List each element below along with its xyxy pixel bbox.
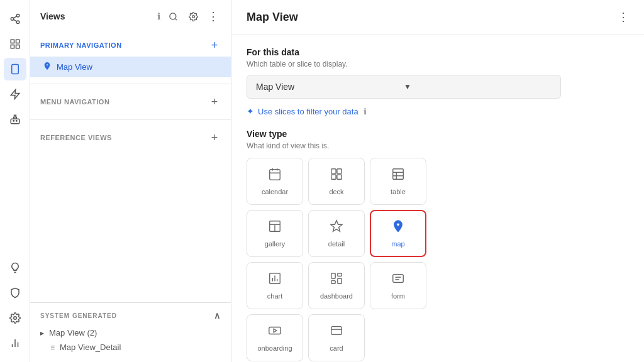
svg-rect-49: [393, 275, 404, 283]
nav-item-map-view-label: Map View: [57, 62, 92, 72]
slice-filter-link-label: Use slices to filter your data: [258, 107, 358, 116]
menu-nav-add-btn[interactable]: +: [208, 96, 221, 108]
view-type-dashboard[interactable]: dashboard: [308, 262, 365, 309]
svg-rect-8: [16, 45, 19, 48]
bulb-icon[interactable]: [4, 256, 26, 279]
panel-header-icons: ⋮: [165, 9, 221, 24]
svg-marker-53: [274, 329, 277, 332]
slice-info-icon: ℹ: [364, 107, 367, 116]
svg-line-23: [175, 18, 177, 20]
robot-icon[interactable]: [4, 108, 26, 131]
panel-title: Views: [40, 11, 152, 21]
list-icon: ≡: [50, 343, 55, 352]
chart-rail-icon[interactable]: [4, 332, 26, 354]
deck-icon: [330, 167, 343, 184]
calendar-label: calendar: [262, 188, 288, 195]
reference-views-add-btn[interactable]: +: [208, 131, 221, 144]
nav-item-map-view[interactable]: Map View: [30, 57, 231, 77]
map-label: map: [391, 240, 404, 248]
svg-rect-29: [331, 169, 336, 173]
view-type-map[interactable]: map: [370, 210, 426, 257]
right-panel-more-icon[interactable]: ⋮: [618, 10, 629, 24]
detail-label: detail: [328, 240, 345, 248]
right-panel-title: Map View: [247, 11, 618, 24]
svg-rect-48: [331, 281, 335, 284]
svg-point-2: [16, 21, 19, 24]
share-icon[interactable]: [4, 8, 26, 30]
svg-marker-40: [331, 221, 342, 231]
svg-rect-6: [16, 40, 19, 43]
card-icon: [330, 324, 343, 341]
dropdown-value: Map View: [256, 82, 404, 92]
primary-nav-add-btn[interactable]: +: [208, 39, 221, 52]
view-type-gallery[interactable]: gallery: [247, 210, 303, 257]
svg-rect-9: [11, 65, 18, 74]
svg-rect-25: [270, 170, 280, 180]
svg-rect-32: [337, 175, 341, 179]
shield-icon[interactable]: [4, 282, 26, 304]
system-generated-label: SYSTEM GENERATED ∧: [40, 310, 221, 321]
view-type-desc: What kind of view this is.: [247, 141, 629, 150]
view-type-calendar[interactable]: calendar: [247, 158, 303, 205]
view-type-deck[interactable]: deck: [308, 158, 365, 205]
view-type-onboarding[interactable]: onboarding: [247, 314, 303, 361]
view-type-table[interactable]: table: [370, 158, 426, 205]
dashboard-label: dashboard: [320, 292, 353, 300]
grid-icon[interactable]: [4, 33, 26, 55]
svg-rect-46: [338, 273, 341, 277]
info-icon: ℹ: [157, 11, 160, 21]
primary-nav-section: PRIMARY NAVIGATION + Map View: [30, 30, 231, 81]
divider-1: [30, 84, 231, 84]
sys-nav-map-view-label: Map View (2): [49, 328, 97, 337]
form-icon: [391, 272, 405, 288]
view-type-detail[interactable]: detail: [308, 210, 365, 257]
icon-rail: [0, 0, 30, 362]
card-label: card: [330, 344, 343, 352]
menu-nav-section: MENU NAVIGATION +: [30, 87, 231, 117]
phone-icon[interactable]: [4, 58, 26, 80]
svg-rect-30: [337, 169, 341, 173]
more-options-icon[interactable]: ⋮: [206, 9, 221, 24]
reference-views-label: REFERENCE VIEWS: [40, 134, 208, 141]
chart-label: chart: [267, 292, 282, 300]
sys-nav-map-view-detail-label: Map View_Detail: [60, 343, 121, 352]
menu-nav-header[interactable]: MENU NAVIGATION +: [30, 90, 231, 113]
primary-nav-label: PRIMARY NAVIGATION: [40, 41, 208, 49]
view-type-form[interactable]: form: [370, 262, 426, 309]
view-type-card[interactable]: card: [308, 314, 365, 361]
right-panel: Map View ⋮ For this data Which table or …: [231, 0, 644, 362]
panel-header: Views ℹ ⋮: [30, 0, 231, 30]
menu-nav-label: MENU NAVIGATION: [40, 98, 208, 106]
svg-point-22: [169, 13, 175, 19]
svg-point-18: [13, 317, 16, 320]
form-label: form: [391, 292, 405, 300]
slice-filter-link[interactable]: ✦ Use slices to filter your data ℹ: [247, 106, 629, 116]
settings-icon[interactable]: [4, 307, 26, 329]
svg-rect-33: [393, 169, 404, 180]
panel-bottom: SYSTEM GENERATED ∧ ▸ Map View (2) ≡ Map …: [30, 302, 231, 362]
view-type-grid: calendar deck table: [247, 158, 629, 361]
svg-rect-45: [331, 273, 335, 278]
svg-marker-11: [11, 90, 19, 99]
collapse-icon[interactable]: ∧: [214, 310, 221, 321]
reference-views-header[interactable]: REFERENCE VIEWS +: [30, 126, 231, 149]
for-this-data-label: For this data: [247, 47, 629, 57]
svg-line-4: [13, 16, 16, 18]
sparkle-icon: ✦: [247, 106, 254, 116]
gallery-icon: [268, 219, 282, 236]
view-type-label: View type: [247, 129, 629, 139]
lightning-icon[interactable]: [4, 83, 26, 106]
for-this-data-desc: Which table or slice to display.: [247, 60, 629, 69]
sys-nav-map-view[interactable]: ▸ Map View (2): [40, 326, 221, 340]
settings-panel-icon[interactable]: [186, 9, 201, 24]
sys-nav-map-view-detail[interactable]: ≡ Map View_Detail: [40, 340, 221, 354]
map-icon: [391, 219, 405, 236]
search-icon[interactable]: [165, 9, 180, 24]
svg-rect-5: [11, 40, 14, 43]
view-type-chart[interactable]: chart: [247, 262, 303, 309]
left-panel: Views ℹ ⋮ PRIMARY NAVIGATION + Map View: [30, 0, 231, 362]
table-slice-dropdown[interactable]: Map View ▼: [247, 75, 561, 99]
svg-point-15: [16, 121, 17, 122]
primary-nav-header[interactable]: PRIMARY NAVIGATION +: [30, 34, 231, 57]
svg-point-1: [11, 18, 14, 21]
